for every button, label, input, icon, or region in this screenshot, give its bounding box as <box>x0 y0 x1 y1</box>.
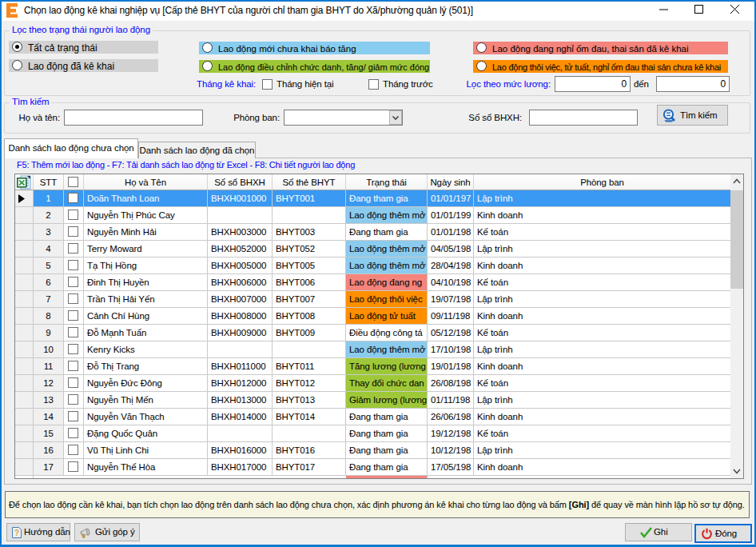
svg-text:?: ? <box>14 529 19 537</box>
